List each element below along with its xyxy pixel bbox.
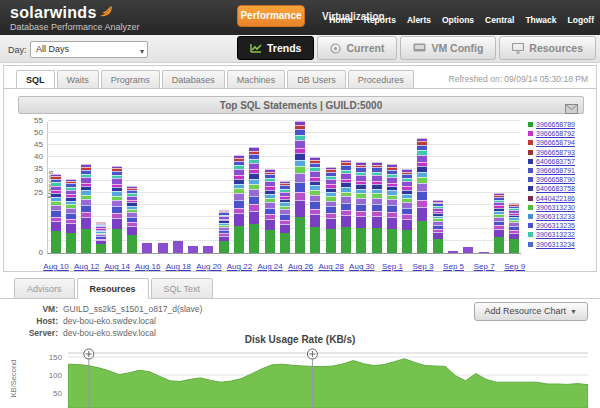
sql-bar-aug-10[interactable] — [51, 174, 61, 253]
legend-sql-link[interactable]: 3906313230 — [536, 204, 575, 211]
x-tick-label[interactable]: Aug 30 — [345, 262, 379, 271]
x-tick-label[interactable]: Aug 14 — [100, 262, 134, 271]
tab-machines[interactable]: Machines — [227, 70, 286, 88]
nav-link-thwack[interactable]: Thwack — [525, 15, 556, 25]
bottom-tab-sql-text[interactable]: SQL Text — [151, 278, 214, 299]
legend-item[interactable]: 3966658794 — [528, 138, 575, 147]
legend-item[interactable]: 3906313235 — [528, 221, 575, 230]
sql-bar-aug-30[interactable] — [356, 162, 366, 253]
day-select[interactable]: All Days▾ — [30, 41, 148, 58]
sql-bar-sep-1[interactable] — [387, 164, 397, 253]
sql-bar-sep-6[interactable] — [463, 247, 473, 253]
tab-databases[interactable]: Databases — [162, 70, 225, 88]
legend-item[interactable]: 3906313232 — [528, 230, 575, 239]
x-tick-label[interactable]: Aug 12 — [70, 262, 104, 271]
bottom-tab-resources[interactable]: Resources — [77, 278, 149, 299]
x-tick-label[interactable]: Aug 26 — [284, 262, 318, 271]
x-tick-label[interactable]: Sep 9 — [498, 262, 532, 271]
x-tick-label[interactable]: Aug 28 — [314, 262, 348, 271]
nav-link-central[interactable]: Central — [485, 15, 514, 25]
legend-item[interactable]: 6406683758 — [528, 184, 575, 193]
x-tick-label[interactable]: Aug 18 — [161, 262, 195, 271]
view-button-resources[interactable]: Resources — [499, 36, 596, 60]
view-button-current[interactable]: Current — [317, 36, 397, 60]
slider-handle[interactable] — [307, 349, 317, 359]
legend-item[interactable]: 3966658790 — [528, 175, 575, 184]
x-tick-label[interactable]: Aug 16 — [131, 262, 165, 271]
sql-bar-aug-12[interactable] — [81, 164, 91, 253]
sql-bar-aug-22[interactable] — [234, 155, 244, 253]
x-tick-label[interactable]: Sep 3 — [406, 262, 440, 271]
sql-bar-aug-18[interactable] — [173, 241, 183, 253]
legend-item[interactable]: 3966658791 — [528, 166, 575, 175]
legend-sql-link[interactable]: 6440422186 — [536, 195, 575, 202]
x-tick-label[interactable]: Aug 24 — [253, 262, 287, 271]
sql-bar-aug-16[interactable] — [142, 243, 152, 253]
x-tick-label[interactable]: Aug 20 — [192, 262, 226, 271]
legend-sql-link[interactable]: 3906313234 — [536, 241, 575, 248]
legend-item[interactable]: 3906313234 — [528, 239, 575, 248]
sql-bar-aug-19[interactable] — [188, 246, 198, 253]
legend-item[interactable]: 6440422186 — [528, 194, 575, 203]
legend-sql-link[interactable]: 3966658794 — [536, 139, 575, 146]
legend-sql-link[interactable]: 6406683758 — [536, 185, 575, 192]
x-tick-label[interactable]: Sep 7 — [467, 262, 501, 271]
sql-bar-aug-17[interactable] — [158, 243, 168, 253]
sql-bar-sep-7[interactable] — [479, 252, 489, 253]
legend-sql-link[interactable]: 3966658789 — [536, 121, 575, 128]
email-icon[interactable] — [565, 100, 578, 118]
chart-header-bar[interactable]: Top SQL Statements | GUILD:5000 — [18, 96, 584, 114]
nav-link-options[interactable]: Options — [442, 15, 474, 25]
sql-bar-aug-20[interactable] — [203, 246, 213, 253]
sql-bar-aug-29[interactable] — [341, 160, 351, 253]
nav-link-reports[interactable]: Reports — [364, 15, 396, 25]
legend-item[interactable]: 3966658789 — [528, 120, 575, 129]
sql-bar-sep-9[interactable] — [509, 203, 519, 253]
view-button-vm-config[interactable]: VM Config — [400, 36, 496, 60]
tab-procedures[interactable]: Procedures — [348, 70, 414, 88]
sql-bar-aug-21[interactable] — [219, 210, 229, 253]
add-resource-chart-button[interactable]: Add Resource Chart▼ — [474, 302, 588, 321]
tab-sql[interactable]: SQL — [16, 70, 55, 88]
legend-item[interactable]: 3906313233 — [528, 212, 575, 221]
sql-bar-aug-24[interactable] — [265, 169, 275, 253]
slider-handle[interactable] — [84, 349, 94, 359]
sql-bar-aug-25[interactable] — [280, 181, 290, 253]
tab-programs[interactable]: Programs — [101, 70, 160, 88]
sql-bar-aug-31[interactable] — [372, 162, 382, 253]
sql-bar-aug-11[interactable] — [66, 179, 76, 253]
sql-bar-aug-15[interactable] — [127, 186, 137, 253]
sql-bar-sep-8[interactable] — [494, 193, 504, 253]
nav-link-logoff[interactable]: Logoff — [568, 15, 594, 25]
x-tick-label[interactable]: Sep 1 — [375, 262, 409, 271]
legend-item[interactable]: 3906313230 — [528, 203, 575, 212]
tab-waits[interactable]: Waits — [57, 70, 99, 88]
legend-sql-link[interactable]: 6406683757 — [536, 158, 575, 165]
bottom-tab-advisors[interactable]: Advisors — [14, 278, 75, 299]
x-tick-label[interactable]: Aug 22 — [222, 262, 256, 271]
sql-bar-sep-4[interactable] — [433, 200, 443, 253]
sql-bar-aug-13[interactable] — [96, 222, 106, 253]
legend-sql-link[interactable]: 3966658790 — [536, 176, 575, 183]
sql-bar-sep-3[interactable] — [417, 138, 427, 253]
performance-button[interactable]: Performance — [237, 5, 305, 27]
sql-bar-sep-2[interactable] — [402, 169, 412, 253]
legend-sql-link[interactable]: 3966658791 — [536, 167, 575, 174]
legend-item[interactable]: 6406683757 — [528, 157, 575, 166]
sql-bar-sep-5[interactable] — [448, 251, 458, 253]
view-button-trends[interactable]: Trends — [237, 36, 314, 60]
legend-sql-link[interactable]: 3966658793 — [536, 149, 575, 156]
tab-db-users[interactable]: DB Users — [287, 70, 346, 88]
legend-sql-link[interactable]: 3966658792 — [536, 130, 575, 137]
disk-usage-area-chart[interactable] — [68, 346, 588, 408]
nav-link-home[interactable]: Home — [329, 15, 353, 25]
legend-item[interactable]: 3966658793 — [528, 148, 575, 157]
legend-sql-link[interactable]: 3906313232 — [536, 231, 575, 238]
x-tick-label[interactable]: Aug 10 — [39, 262, 73, 271]
x-tick-label[interactable]: Sep 5 — [437, 262, 471, 271]
sql-bar-aug-28[interactable] — [326, 167, 336, 253]
sql-bar-aug-14[interactable] — [112, 166, 122, 253]
legend-item[interactable]: 3966658792 — [528, 129, 575, 138]
nav-link-alerts[interactable]: Alerts — [407, 15, 431, 25]
sql-bar-aug-23[interactable] — [249, 147, 259, 253]
